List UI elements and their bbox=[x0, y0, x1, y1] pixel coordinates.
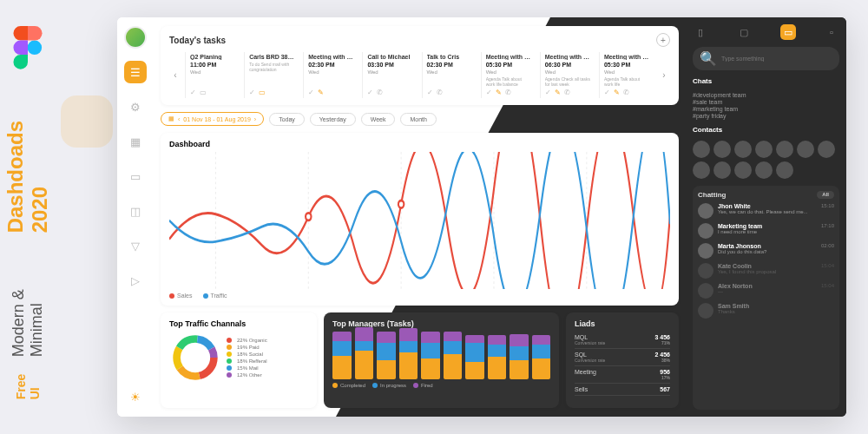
lead-row: SQLConversion rate2 45638% bbox=[575, 349, 670, 366]
contact-avatar[interactable] bbox=[776, 161, 793, 179]
edit-icon[interactable]: ✎ bbox=[555, 89, 561, 96]
chat-tag[interactable]: #sale team bbox=[693, 99, 839, 105]
chip-today[interactable]: Today bbox=[269, 113, 305, 126]
message-item[interactable]: Alex Norton—15:04 bbox=[698, 283, 834, 299]
nav-sidebar: ☰ ⚙ ▦ ▭ ◫ ▽ ▷ ☀ bbox=[117, 17, 154, 417]
search-input[interactable] bbox=[721, 56, 832, 62]
phone-icon[interactable]: ✆ bbox=[505, 89, 511, 96]
dashboard-title: Dashboard bbox=[169, 140, 670, 148]
tasks-next[interactable]: › bbox=[658, 52, 670, 98]
task-card[interactable]: Carls BRD 38 yearsTo do Send mail with c… bbox=[244, 52, 299, 98]
check-icon[interactable]: ✓ bbox=[190, 89, 196, 96]
contact-avatar[interactable] bbox=[797, 141, 814, 158]
task-card[interactable]: Meeting with Jhon06:30 PMWedAgenda Check… bbox=[540, 52, 595, 98]
contact-avatar[interactable] bbox=[693, 141, 710, 158]
bar bbox=[465, 335, 484, 379]
traffic-card: Top Traffic Channals 22% Organic19% Paid… bbox=[161, 312, 317, 408]
contact-avatar[interactable] bbox=[755, 141, 773, 158]
nav-menu[interactable]: ☰ bbox=[124, 61, 147, 83]
bar bbox=[355, 327, 374, 380]
chat-tag[interactable]: #party friday bbox=[693, 113, 839, 119]
stacked-bar-chart bbox=[332, 332, 550, 379]
message-item[interactable]: Kate CoolinYes, I found this proposal15:… bbox=[698, 263, 834, 279]
date-range-chip[interactable]: ▦‹01 Nov 18 - 01 Aug 2019› bbox=[161, 112, 264, 126]
check-icon[interactable]: ✓ bbox=[545, 89, 551, 96]
contact-avatar[interactable] bbox=[734, 141, 752, 158]
task-card[interactable]: Meeting with team05:30 PMWedAgenda Talk … bbox=[599, 52, 654, 98]
message-item[interactable]: Marta JhonsonDid you do this data?02:00 bbox=[698, 243, 834, 259]
contact-avatar[interactable] bbox=[713, 161, 731, 179]
chip-yesterday[interactable]: Yesterday bbox=[310, 113, 356, 126]
edit-icon[interactable]: ✎ bbox=[614, 89, 620, 96]
contact-avatar[interactable] bbox=[776, 141, 793, 158]
traffic-item: 18% Refferal bbox=[227, 358, 267, 364]
phone-icon[interactable]: ✆ bbox=[437, 89, 443, 96]
nav-sliders[interactable]: ⚙ bbox=[124, 95, 147, 118]
phone-icon[interactable]: ✆ bbox=[564, 89, 570, 96]
bottom-row: Top Traffic Channals 22% Organic19% Paid… bbox=[161, 312, 679, 408]
check-icon[interactable]: ✓ bbox=[367, 89, 373, 96]
task-card[interactable]: Meeting with team05:30 PMWedAgenda Talk … bbox=[481, 52, 536, 98]
traffic-item: 12% Other bbox=[227, 372, 267, 378]
user-avatar[interactable] bbox=[124, 26, 147, 49]
traffic-item: 19% Paid bbox=[227, 345, 267, 350]
chatting-panel: ChattingAll Jhon WhiteYes, we can do tha… bbox=[693, 186, 839, 410]
task-card[interactable]: Call to Michael03:30 PMWed✓✆ bbox=[362, 52, 418, 98]
contact-avatar[interactable] bbox=[734, 161, 752, 179]
svg-point-7 bbox=[398, 201, 404, 208]
nav-inbox[interactable]: ▽ bbox=[124, 234, 147, 257]
contact-avatar[interactable] bbox=[693, 161, 710, 179]
chat-icon[interactable]: ▭ bbox=[780, 24, 796, 40]
task-card[interactable]: Q2 Planing11:00 PMWed✓▭ bbox=[185, 52, 240, 98]
dashboard-card: Dashboard Sales Traffic bbox=[161, 133, 679, 306]
bar bbox=[488, 335, 507, 379]
theme-toggle[interactable]: ☀ bbox=[124, 385, 147, 408]
contacts-grid bbox=[693, 141, 839, 179]
phone-icon[interactable]: ✆ bbox=[377, 89, 383, 96]
tasks-prev[interactable]: ‹ bbox=[169, 52, 181, 98]
bar bbox=[421, 332, 440, 379]
message-item[interactable]: Jhon WhiteYes, we can do that. Please se… bbox=[698, 203, 834, 219]
figma-icon bbox=[12, 26, 43, 69]
bar bbox=[532, 335, 551, 379]
add-task-button[interactable]: + bbox=[656, 33, 670, 47]
contact-avatar[interactable] bbox=[755, 161, 773, 179]
nav-box[interactable]: ◫ bbox=[124, 200, 147, 222]
chat-icon[interactable]: ▭ bbox=[259, 89, 266, 96]
phone-icon[interactable]: ✆ bbox=[623, 89, 629, 96]
edit-icon[interactable]: ✎ bbox=[496, 89, 502, 96]
contact-avatar[interactable] bbox=[713, 141, 731, 158]
task-card[interactable]: Meeting with Jhonatan02:30 PMWed✓✎ bbox=[303, 52, 358, 98]
chat-tag[interactable]: #development team bbox=[693, 92, 839, 98]
chat-icon[interactable]: ▭ bbox=[200, 89, 207, 96]
search-box[interactable]: 🔍 bbox=[693, 47, 839, 70]
message-item[interactable]: Sam SmithThanks bbox=[698, 303, 834, 319]
lead-row: MQLConversion rate3 45671% bbox=[575, 332, 670, 349]
check-icon[interactable]: ✓ bbox=[427, 89, 433, 96]
task-card[interactable]: Talk to Cris02:30 PMWed✓✆ bbox=[422, 52, 477, 98]
calendar-icon: ▦ bbox=[168, 115, 174, 122]
chat-tag[interactable]: #marketing team bbox=[693, 106, 839, 112]
contact-avatar[interactable] bbox=[818, 141, 835, 158]
bookmark-icon[interactable]: ▯ bbox=[693, 24, 708, 40]
nav-calendar[interactable]: ▭ bbox=[124, 165, 147, 187]
chat-filter[interactable]: All bbox=[817, 191, 834, 199]
edit-icon[interactable]: ✎ bbox=[318, 89, 324, 96]
search-icon: 🔍 bbox=[700, 50, 717, 67]
message-item[interactable]: Marketing teamI need more time17:10 bbox=[698, 223, 834, 239]
check-icon[interactable]: ✓ bbox=[604, 89, 610, 96]
nav-grid[interactable]: ▦ bbox=[124, 130, 147, 153]
check-icon[interactable]: ✓ bbox=[486, 89, 492, 96]
app-window: ☰ ⚙ ▦ ▭ ◫ ▽ ▷ ☀ Today's tasks + ‹ Q2 Pla… bbox=[117, 17, 846, 417]
check-icon[interactable]: ✓ bbox=[249, 89, 255, 96]
chip-month[interactable]: Month bbox=[400, 113, 436, 126]
check-icon[interactable]: ✓ bbox=[308, 89, 314, 96]
tasks-row: ‹ Q2 Planing11:00 PMWed✓▭ Carls BRD 38 y… bbox=[169, 52, 670, 98]
filters-row: ▦‹01 Nov 18 - 01 Aug 2019› Today Yesterd… bbox=[161, 112, 679, 126]
file-icon[interactable]: ▫ bbox=[824, 24, 839, 40]
nav-play[interactable]: ▷ bbox=[124, 269, 147, 292]
bar bbox=[332, 332, 352, 379]
chip-week[interactable]: Week bbox=[361, 113, 396, 126]
donut-chart bbox=[169, 332, 221, 384]
clipboard-icon[interactable]: ▢ bbox=[736, 24, 752, 40]
